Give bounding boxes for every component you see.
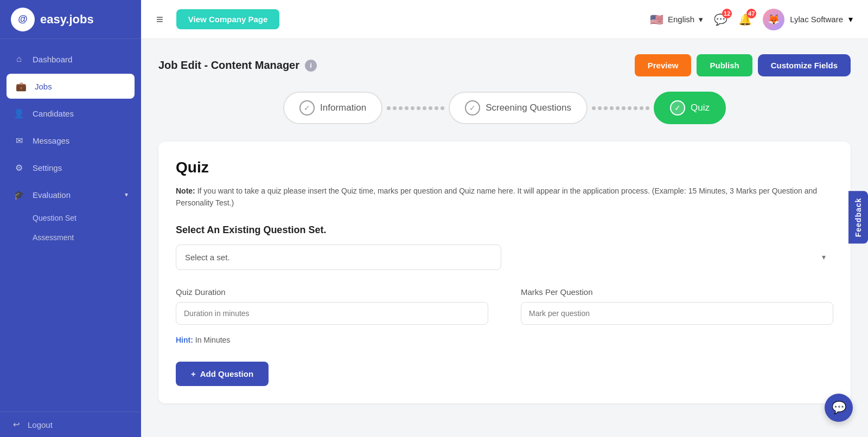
sidebar: @ easy.jobs ⌂ Dashboard 💼 Jobs 👤 Candida… [0,0,141,437]
select-chevron-icon: ▾ [822,253,826,261]
evaluation-icon: 🎓 [13,189,25,201]
step-information-icon: ✓ [299,100,315,115]
chat-bubble-button[interactable]: 💬 [825,394,853,422]
sidebar-subitem-assessment[interactable]: Assessment [0,228,141,247]
duration-field-group: Quiz Duration [176,287,488,325]
question-set-select-wrapper: Select a set. ▾ [176,245,833,270]
add-question-button[interactable]: + Add Question [176,362,269,386]
hint-value: In Minutes [195,336,231,344]
quiz-note: Note: If you want to take a quiz please … [176,185,833,209]
sidebar-label-candidates: Candidates [33,109,74,118]
publish-button[interactable]: Publish [697,54,752,76]
content-area: Job Edit - Content Manager i Preview Pub… [141,39,868,437]
dot [423,106,426,110]
sidebar-label-jobs: Jobs [35,82,52,91]
home-icon: ⌂ [13,53,25,65]
chevron-down-icon: ▾ [125,191,128,198]
dot [411,106,414,110]
logout-label: Logout [28,420,53,429]
select-section-label: Select An Existing Question Set. [176,224,833,236]
dot [616,106,620,110]
quiz-heading: Quiz [176,159,833,176]
logout-icon: ↩ [13,420,20,429]
note-text: If you want to take a quiz please insert… [176,187,817,207]
sidebar-item-jobs[interactable]: 💼 Jobs [7,74,135,99]
chat-button[interactable]: 💬 12 [714,13,727,26]
step-information[interactable]: ✓ Information [283,92,382,124]
step-quiz[interactable]: ✓ Quiz [654,92,726,124]
language-selector[interactable]: 🇺🇸 English ▾ [650,13,703,26]
header-actions: Preview Publish Customize Fields [635,54,851,76]
dot [610,106,614,110]
dot [393,106,397,110]
hamburger-menu-icon[interactable]: ≡ [156,12,163,27]
sidebar-item-dashboard[interactable]: ⌂ Dashboard [0,46,141,73]
avatar: 🦊 [763,9,784,30]
chat-badge: 12 [722,9,732,18]
dot [592,106,596,110]
sidebar-subitem-question-set[interactable]: Question Set [0,208,141,228]
marks-input[interactable] [521,302,833,325]
wizard-steps: ✓ Information ✓ Screening Questions [158,92,851,124]
settings-icon: ⚙ [13,162,25,173]
duration-input[interactable] [176,302,488,325]
dot [604,106,608,110]
logo-text: easy.jobs [40,12,94,27]
dot [622,106,626,110]
dot [646,106,649,110]
hint-text: Hint: In Minutes [176,336,833,344]
dot [441,106,444,110]
dot [399,106,403,110]
sidebar-label-evaluation: Evaluation [33,190,71,200]
step-screening[interactable]: ✓ Screening Questions [449,92,588,124]
step-quiz-icon: ✓ [670,100,685,115]
customize-fields-button[interactable]: Customize Fields [758,54,851,76]
assessment-label: Assessment [33,233,74,242]
dot [634,106,637,110]
user-profile[interactable]: 🦊 Lylac Software ▾ [763,9,853,30]
page-header: Job Edit - Content Manager i Preview Pub… [158,54,851,76]
sidebar-item-evaluation[interactable]: 🎓 Evaluation ▾ [0,181,141,208]
sidebar-label-dashboard: Dashboard [33,55,72,64]
page-title-row: Job Edit - Content Manager i [158,59,317,72]
dot [435,106,438,110]
notification-button[interactable]: 🔔 47 [738,13,752,26]
preview-button[interactable]: Preview [635,54,692,76]
page-title: Job Edit - Content Manager [158,59,299,72]
logout-button[interactable]: ↩ Logout [0,412,141,437]
topbar-right: 🇺🇸 English ▾ 💬 12 🔔 47 🦊 Lylac Software … [650,9,853,30]
view-company-button[interactable]: View Company Page [176,9,279,29]
step-screening-label: Screening Questions [486,102,571,113]
marks-field-group: Marks Per Question [521,287,833,325]
language-label: English [668,15,694,24]
feedback-button[interactable]: Feedback [848,191,868,244]
info-icon[interactable]: i [305,60,317,72]
step-screening-icon: ✓ [465,100,480,115]
sidebar-item-messages[interactable]: ✉ Messages [0,127,141,154]
user-name: Lylac Software [790,15,843,24]
candidates-icon: 👤 [13,107,25,119]
question-set-label: Question Set [33,214,76,222]
notification-badge: 47 [746,9,756,18]
dot [417,106,420,110]
sidebar-label-messages: Messages [33,136,69,145]
language-chevron-icon: ▾ [699,15,703,24]
flag-icon: 🇺🇸 [650,13,663,26]
step-quiz-label: Quiz [691,102,710,113]
user-chevron-icon: ▾ [848,14,853,24]
sidebar-nav: ⌂ Dashboard 💼 Jobs 👤 Candidates ✉ Messag… [0,39,141,412]
sidebar-label-settings: Settings [33,163,62,172]
fields-row: Quiz Duration Marks Per Question [176,287,833,325]
quiz-card: Quiz Note: If you want to take a quiz pl… [158,142,851,403]
question-set-select[interactable]: Select a set. [176,245,501,270]
hint-label: Hint: [176,336,193,344]
add-icon: + [191,369,196,378]
quiz-duration-label: Quiz Duration [176,287,488,297]
topbar: ≡ View Company Page 🇺🇸 English ▾ 💬 12 🔔 … [141,0,868,39]
logo-icon: @ [11,8,35,31]
sidebar-item-settings[interactable]: ⚙ Settings [0,154,141,181]
step-dots-1 [382,106,449,110]
logo: @ easy.jobs [0,0,141,39]
sidebar-item-candidates[interactable]: 👤 Candidates [0,100,141,127]
note-label: Note: [176,187,195,195]
